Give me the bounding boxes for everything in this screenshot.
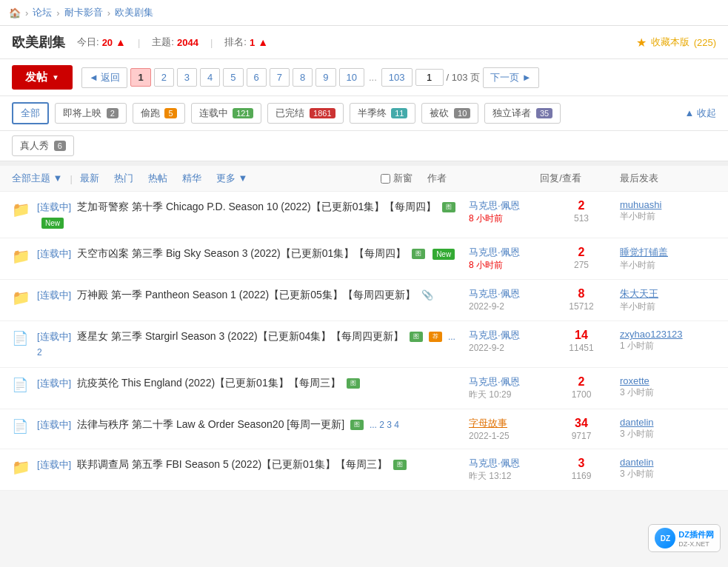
page-btn-3[interactable]: 3 — [177, 68, 197, 87]
page-ellipsis: ... — [367, 72, 378, 83]
thread-title-link[interactable]: 联邦调查局 第五季 FBI Season 5 (2022)【已更新01集】【每周… — [77, 458, 387, 470]
post-button[interactable]: 发帖 ▼ — [12, 65, 73, 90]
ctrl-hot[interactable]: 热帖 — [148, 172, 167, 185]
view-count: 513 — [574, 213, 589, 224]
up-arrow-rank: ▲ — [258, 36, 268, 48]
thread-main: [连载中] 联邦调查局 第五季 FBI Season 5 (2022)【已更新0… — [37, 457, 460, 472]
page-btn-9[interactable]: 9 — [315, 68, 335, 87]
ctrl-popular[interactable]: 热门 — [114, 172, 133, 185]
thread-icon: 📁 — [12, 289, 28, 305]
table-row: 📁 [连载中] 芝加哥警察 第十季 Chicago P.D. Season 10… — [0, 192, 728, 238]
img-icon4: 图 — [393, 460, 407, 470]
thread-last: 睡觉打铺盖 半小时前 — [620, 246, 716, 272]
thread-title-link[interactable]: 法律与秩序 第二十季 Law & Order Season20 [每周一更新] — [77, 418, 344, 430]
last-time: 3 小时前 — [620, 469, 654, 479]
thread-title: [连载中] 芝加哥警察 第十季 Chicago P.D. Season 10 (… — [37, 199, 460, 230]
home-icon[interactable]: 🏠 — [9, 7, 21, 19]
ctrl-all-threads[interactable]: 全部主题 ▼ — [12, 172, 62, 185]
filter-upcoming[interactable]: 即将上映 2 — [55, 103, 127, 124]
view-count: 11451 — [569, 343, 593, 353]
author-name[interactable]: 马克思·佩恩 — [469, 376, 520, 387]
thread-icon: 📁 — [12, 247, 28, 264]
last-time: 半小时前 — [620, 301, 655, 312]
thread-title-link[interactable]: 抗疫英伦 This England (2022)【已更新01集】【每周三】 — [77, 377, 341, 389]
filter-reality[interactable]: 真人秀 6 — [12, 135, 74, 156]
collapse-btn[interactable]: ▲ 收起 — [685, 107, 716, 120]
page-btn-2[interactable]: 2 — [154, 68, 174, 87]
ctrl-elite[interactable]: 精华 — [182, 172, 201, 185]
forum-title: 欧美剧集 — [12, 33, 65, 51]
page-total-label: / 103 页 — [447, 71, 481, 84]
thread-last: dantelin 3 小时前 — [620, 417, 716, 440]
author-name[interactable]: 马克思·佩恩 — [469, 246, 520, 258]
last-user[interactable]: zxyhao123123 — [620, 329, 716, 340]
last-time: 3 小时前 — [620, 387, 654, 397]
author-time: 8 小时前 — [469, 213, 503, 224]
view-count: 275 — [574, 260, 589, 270]
thread-reply: 34 9717 — [552, 417, 611, 441]
back-btn[interactable]: ◄ 返回 — [81, 67, 127, 88]
reply-count: 14 — [552, 329, 611, 342]
last-user[interactable]: 睡觉打铺盖 — [620, 246, 716, 259]
author-time: 2022-9-2 — [469, 301, 504, 312]
thread-icon: 📄 — [12, 377, 28, 393]
filter-airing[interactable]: 连载中 121 — [191, 103, 262, 124]
thread-title-link[interactable]: 天空市凶案 第三季 Big Sky Season 3 (2022)【已更新01集… — [77, 247, 406, 259]
thread-last: zxyhao123123 1 小时前 — [620, 329, 716, 352]
author-name[interactable]: 马克思·佩恩 — [469, 329, 520, 340]
author-name[interactable]: 马克思·佩恩 — [469, 288, 520, 299]
last-user[interactable]: dantelin — [620, 417, 716, 428]
last-user[interactable]: roxette — [620, 375, 716, 386]
filter-midseason[interactable]: 半季终 11 — [350, 103, 416, 124]
page-btn-1[interactable]: 1 — [130, 68, 150, 87]
author-name[interactable]: 马克思·佩恩 — [469, 200, 520, 211]
page-btn-7[interactable]: 7 — [270, 68, 290, 87]
page-btn-6[interactable]: 6 — [247, 68, 267, 87]
filter-all[interactable]: 全部 — [12, 102, 49, 124]
breadcrumb-current[interactable]: 欧美剧集 — [115, 6, 153, 19]
breadcrumb-section[interactable]: 耐卡影音 — [64, 6, 103, 19]
page-btn-4[interactable]: 4 — [200, 68, 220, 87]
new-window-checkbox[interactable] — [381, 174, 390, 184]
filter-cancelled[interactable]: 被砍 10 — [421, 103, 478, 124]
new-badge: New — [433, 249, 455, 260]
breadcrumb-forum[interactable]: 论坛 — [33, 6, 52, 19]
collect-btn[interactable]: ★ 收藏本版 (225) — [636, 36, 716, 50]
thread-author: 马克思·佩恩 昨天 13:12 — [469, 457, 543, 483]
page-btn-103[interactable]: 103 — [381, 68, 413, 87]
page-input[interactable] — [415, 69, 444, 86]
last-user[interactable]: dantelin — [620, 457, 716, 468]
second-filter: 真人秀 6 — [0, 131, 728, 161]
last-user[interactable]: 朱大天王 — [620, 287, 716, 301]
thread-last: roxette 3 小时前 — [620, 375, 716, 399]
stat-today: 今日: 20 ▲ — [77, 36, 126, 49]
ctrl-latest[interactable]: 最新 — [80, 172, 99, 185]
forum-header-left: 欧美剧集 今日: 20 ▲ | 主题: 2044 | 排名: 1 ▲ — [12, 33, 268, 51]
thread-tag: [连载中] — [37, 378, 71, 389]
reply-count: 2 — [552, 199, 611, 212]
ctrl-more[interactable]: 更多 ▼ — [216, 172, 247, 185]
new-window-check: 新窗 作者 回复/查看 最后发表 — [381, 172, 716, 185]
filter-running[interactable]: 偷跑 5 — [133, 103, 185, 124]
breadcrumb-sep3: › — [107, 7, 110, 19]
page-btn-10[interactable]: 10 — [339, 68, 364, 87]
page-btn-5[interactable]: 5 — [223, 68, 243, 87]
page-btn-8[interactable]: 8 — [293, 68, 313, 87]
thread-title-link[interactable]: 芝加哥警察 第十季 Chicago P.D. Season 10 (2022)【… — [77, 201, 436, 212]
thread-title-link[interactable]: 万神殿 第一季 Pantheon Season 1 (2022)【已更新05集】… — [77, 289, 415, 301]
thread-reply: 14 11451 — [552, 329, 611, 353]
thread-main: [连载中] 天空市凶案 第三季 Big Sky Season 3 (2022)【… — [37, 246, 460, 261]
thread-reply: 2 275 — [552, 246, 611, 270]
author-name[interactable]: 马克思·佩恩 — [469, 457, 520, 469]
next-btn[interactable]: 下一页 ► — [483, 67, 538, 88]
last-user[interactable]: muhuashi — [620, 199, 716, 210]
author-name-orange[interactable]: 字母故事 — [469, 417, 507, 429]
doc-icon: 📄 — [12, 419, 28, 434]
thread-list: 📁 [连载中] 芝加哥警察 第十季 Chicago P.D. Season 10… — [0, 192, 728, 491]
filter-indie[interactable]: 独立译者 35 — [484, 103, 561, 124]
img-icon: 图 — [442, 202, 455, 212]
thread-reply: 2 513 — [552, 199, 611, 224]
thread-title-link[interactable]: 逐星女 第三季 Stargirl Season 3 (2022)【已更新04集】… — [77, 330, 404, 342]
thread-icon: 📁 — [12, 458, 28, 474]
filter-finished[interactable]: 已完结 1861 — [267, 103, 343, 124]
